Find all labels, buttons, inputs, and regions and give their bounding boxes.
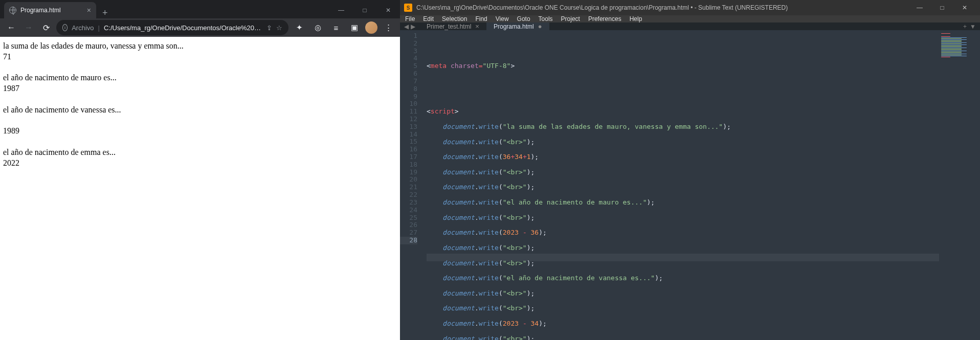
- lineno: 3: [413, 47, 417, 55]
- url-label: Archivo: [72, 24, 94, 32]
- page-content: la suma de las edades de mauro, vanessa …: [0, 37, 400, 340]
- sublime-menubar: File Edit Selection Find View Goto Tools…: [400, 15, 980, 22]
- lineno: 21: [409, 183, 417, 191]
- lineno: 17: [409, 153, 417, 161]
- lineno: 20: [409, 175, 417, 183]
- chrome-titlebar: Programa.html × + — □ ✕: [0, 0, 400, 18]
- lineno: 14: [409, 130, 417, 138]
- lineno: 2: [413, 39, 417, 47]
- lineno: 11: [409, 107, 417, 115]
- lineno: 5: [413, 62, 417, 70]
- back-button[interactable]: ←: [4, 20, 18, 35]
- output-line: 1987: [3, 84, 19, 93]
- menu-project[interactable]: Project: [557, 15, 584, 22]
- lineno: 18: [409, 161, 417, 168]
- editor-body: 1 2 3 4 5 6 7 8 9 10 11 12 13 14 15 16 1…: [400, 30, 980, 340]
- new-tab-button[interactable]: +: [96, 8, 114, 18]
- lineno: 19: [409, 168, 417, 176]
- lineno: 16: [409, 145, 417, 153]
- chrome-toolbar: ← → ⟳ i Archivo | C:/Users/ma_rg/OneDriv…: [0, 18, 400, 37]
- lineno: 9: [413, 93, 417, 100]
- output-line: 2022: [3, 158, 19, 167]
- chrome-close-icon[interactable]: ✕: [376, 2, 400, 18]
- new-tab-icon[interactable]: +: [963, 23, 967, 30]
- sublime-maximize-icon[interactable]: □: [931, 0, 953, 15]
- lineno-current: 28: [400, 237, 417, 244]
- code-area[interactable]: <meta charset="UTF-8"> <script> document…: [422, 30, 939, 340]
- lineno: 10: [409, 100, 417, 107]
- lineno: 22: [409, 191, 417, 198]
- line-gutter: 1 2 3 4 5 6 7 8 9 10 11 12 13 14 15 16 1…: [400, 30, 422, 340]
- output-line: la suma de las edades de mauro, vanessa …: [3, 41, 184, 50]
- sublime-tab-bar: ◀ ▶ Primer_test.html × Programa.html ● +…: [400, 22, 980, 30]
- lineno: 8: [413, 85, 417, 93]
- menu-file[interactable]: File: [401, 15, 419, 22]
- menu-goto[interactable]: Goto: [513, 15, 534, 22]
- lineno: 12: [409, 115, 417, 123]
- output-line: el año de nacimento de emma es...: [3, 148, 116, 156]
- minimap[interactable]: [939, 30, 980, 340]
- tab-close-icon[interactable]: ×: [475, 22, 479, 30]
- sublime-logo-icon: S: [404, 4, 412, 12]
- tab-dropdown-icon[interactable]: ▼: [970, 23, 976, 30]
- lineno: 27: [409, 229, 417, 236]
- star-icon[interactable]: ☆: [276, 24, 282, 32]
- lineno: 4: [413, 54, 417, 62]
- chrome-menu-icon[interactable]: ⋮: [381, 20, 396, 35]
- browser-tab[interactable]: Programa.html ×: [4, 2, 96, 18]
- menu-view[interactable]: View: [492, 15, 513, 22]
- chrome-minimize-icon[interactable]: —: [329, 2, 353, 18]
- info-icon: i: [62, 24, 68, 31]
- tab-label: Programa.html: [494, 23, 534, 30]
- chrome-maximize-icon[interactable]: □: [353, 2, 376, 18]
- menu-help[interactable]: Help: [626, 15, 647, 22]
- sublime-title: C:\Users\ma_rg\OneDrive\Documentos\Oracl…: [416, 4, 788, 11]
- menu-edit[interactable]: Edit: [419, 15, 438, 22]
- editor-tab-active[interactable]: Programa.html ●: [486, 22, 549, 30]
- editor-tab[interactable]: Primer_test.html ×: [419, 22, 486, 30]
- output-line: el año de nacimento de mauro es...: [3, 73, 117, 82]
- tab-dirty-icon: ●: [538, 22, 542, 30]
- tab-title: Programa.html: [20, 7, 61, 14]
- menu-tools[interactable]: Tools: [534, 15, 557, 22]
- menu-selection[interactable]: Selection: [438, 15, 471, 22]
- lineno: 1: [413, 32, 417, 39]
- output-line: 71: [3, 52, 11, 61]
- menu-find[interactable]: Find: [471, 15, 491, 22]
- menu-preferences[interactable]: Preferences: [584, 15, 626, 22]
- share-icon[interactable]: ⇪: [266, 24, 272, 32]
- lineno: 13: [409, 123, 417, 130]
- lineno: 23: [409, 198, 417, 206]
- tab-nav-fwd-icon[interactable]: ▶: [411, 23, 415, 30]
- lineno: 25: [409, 214, 417, 221]
- close-tab-icon[interactable]: ×: [87, 6, 91, 14]
- globe-icon: [9, 7, 16, 14]
- sublime-window: S C:\Users\ma_rg\OneDrive\Documentos\Ora…: [400, 0, 980, 340]
- url-path: C:/Users/ma_rg/OneDrive/Documentos/Oracl…: [104, 24, 262, 32]
- lineno: 24: [409, 206, 417, 214]
- extensions-icon[interactable]: ✦: [292, 20, 307, 35]
- lineno: 26: [409, 221, 417, 229]
- sublime-minimize-icon[interactable]: —: [908, 0, 931, 15]
- sublime-titlebar: S C:\Users\ma_rg\OneDrive\Documentos\Ora…: [400, 0, 980, 15]
- sublime-close-icon[interactable]: ✕: [953, 0, 976, 15]
- lineno: 7: [413, 77, 417, 85]
- tab-nav-back-icon[interactable]: ◀: [404, 23, 409, 30]
- sidepanel-icon[interactable]: ▣: [347, 20, 362, 35]
- reading-list-icon[interactable]: ≡: [328, 20, 344, 35]
- reload-button[interactable]: ⟳: [39, 20, 53, 35]
- forward-button[interactable]: →: [21, 20, 36, 35]
- address-bar[interactable]: i Archivo | C:/Users/ma_rg/OneDrive/Docu…: [56, 20, 288, 35]
- output-line: 1989: [3, 126, 19, 135]
- output-line: el año de nacimento de vanessa es...: [3, 105, 121, 114]
- lineno: 6: [413, 70, 417, 77]
- tab-label: Primer_test.html: [427, 23, 471, 30]
- chrome-window: Programa.html × + — □ ✕ ← → ⟳ i Archivo …: [0, 0, 400, 340]
- lineno: 15: [409, 138, 417, 145]
- profile-avatar[interactable]: [365, 21, 377, 34]
- brave-icon[interactable]: ◎: [310, 20, 325, 35]
